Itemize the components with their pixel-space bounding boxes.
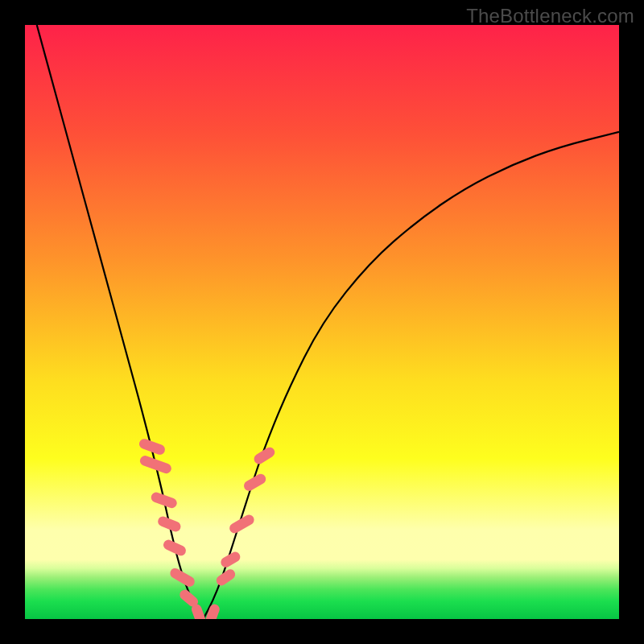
data-mark [138, 437, 166, 456]
data-mark [242, 472, 268, 493]
data-mark [162, 539, 188, 558]
data-mark [204, 603, 221, 619]
data-mark [214, 568, 237, 588]
data-mark [168, 567, 196, 588]
chart-frame: TheBottleneck.com [0, 0, 644, 644]
data-mark [228, 513, 256, 535]
watermark-text: TheBottleneck.com [466, 5, 634, 27]
data-mark [138, 454, 172, 475]
plot-area [25, 25, 619, 619]
data-marks [25, 25, 619, 619]
data-mark [150, 491, 178, 510]
data-mark [252, 445, 276, 466]
data-mark [219, 550, 242, 569]
data-mark [156, 515, 182, 534]
